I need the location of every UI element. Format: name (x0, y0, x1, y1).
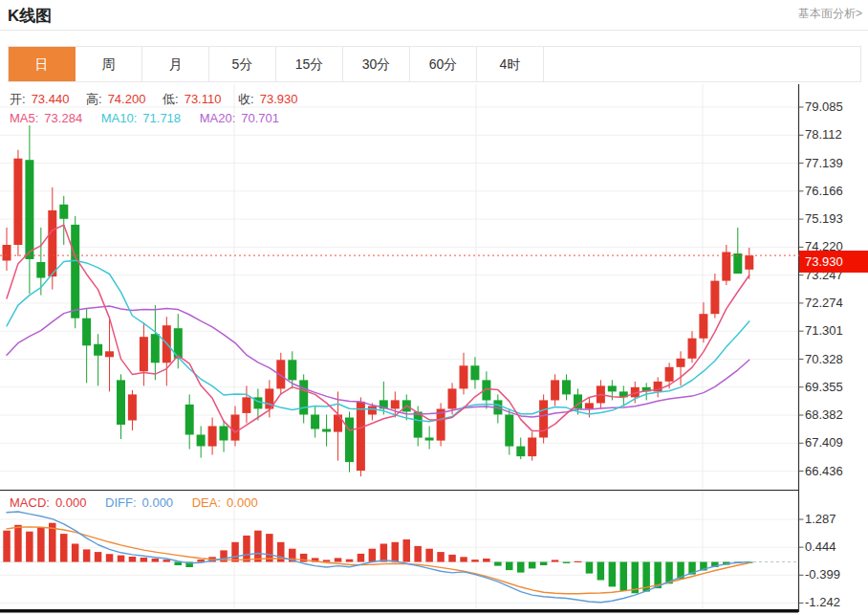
macd-info-bar: MACD:0.000 DIFF:0.000 DEA:0.000 (10, 495, 264, 510)
price-axis-label: 68.382 (805, 407, 843, 423)
price-axis-label: 67.409 (805, 435, 843, 450)
price-axis-label: 72.274 (805, 296, 843, 311)
ma10-value: 71.718 (142, 111, 181, 125)
price-axis-label: 71.301 (805, 323, 843, 339)
price-axis-label: 66.436 (805, 464, 843, 479)
gridlines (0, 84, 798, 608)
ma10-label: MA10: (101, 111, 138, 125)
macd-axis-label: -0.399 (805, 567, 840, 582)
price-axis-label: 78.112 (805, 127, 842, 143)
price-axis-label: 70.328 (805, 352, 843, 367)
diff-label: DIFF: (105, 495, 137, 510)
macd-label: MACD: (10, 495, 50, 510)
macd-axis-label: -1.242 (805, 595, 840, 610)
macd-axis-label: 0.444 (805, 539, 836, 555)
ma20-label: MA20: (200, 111, 236, 125)
price-axis-label: 69.355 (805, 380, 843, 395)
close-label: 收: (238, 92, 254, 106)
low-label: 低: (163, 92, 179, 106)
macd-value: 0.000 (55, 495, 87, 510)
low-value: 73.110 (184, 92, 222, 106)
close-value: 73.930 (260, 92, 298, 106)
price-axis-label: 79.085 (805, 99, 843, 115)
macd-axis-label: 1.287 (805, 512, 836, 527)
dea-label: DEA: (192, 495, 221, 510)
last-price-badge: 73.930 (799, 251, 868, 273)
high-value: 74.200 (108, 92, 146, 106)
ohlc-info-bar: 开:73.440 高:74.200 低:73.110 收:73.930 (10, 91, 303, 108)
open-value: 73.440 (32, 92, 70, 106)
price-axis-label: 76.166 (805, 184, 843, 199)
diff-value: 0.000 (142, 495, 174, 510)
ma20-value: 70.701 (241, 111, 279, 125)
kline-page: K线图 基本面分析> 日周月5分15分30分60分4时 开:73.440 高:7… (0, 0, 868, 615)
macd-histogram (3, 523, 752, 594)
ma5-label: MA5: (10, 111, 38, 125)
price-axis-label: 75.193 (805, 211, 843, 227)
ma5-value: 73.284 (44, 111, 82, 125)
open-label: 开: (10, 92, 26, 106)
high-label: 高: (86, 92, 102, 106)
dea-value: 0.000 (227, 495, 258, 510)
price-axis-label: 77.139 (805, 156, 843, 171)
candlesticks (3, 125, 754, 476)
ma-info-bar: MA5:73.284 MA10:71.718 MA20:70.701 (10, 111, 285, 125)
